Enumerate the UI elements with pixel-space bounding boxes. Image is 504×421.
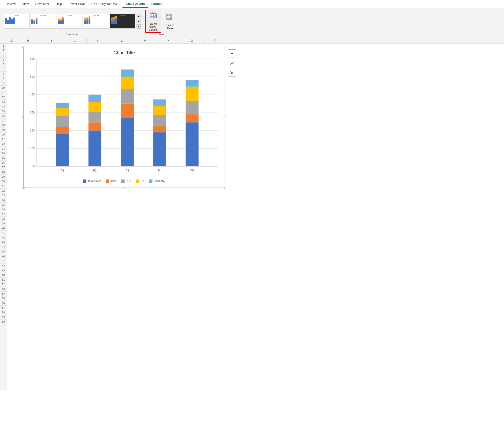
- svg-rect-47: [153, 115, 166, 125]
- svg-rect-49: [153, 99, 166, 106]
- add-chart-element-btn[interactable]: +: [228, 49, 236, 58]
- select-data-button[interactable]: SelectData: [162, 12, 178, 31]
- legend-item-usa: USA: [121, 180, 132, 183]
- chart-side-buttons: +: [228, 49, 236, 76]
- svg-rect-30: [56, 108, 69, 116]
- svg-rect-54: [186, 87, 199, 101]
- svg-rect-28: [56, 127, 69, 134]
- svg-text:P3: P3: [126, 169, 129, 172]
- tab-chart-design[interactable]: Chart Design: [122, 0, 148, 8]
- chart-style-4[interactable]: Chart Title: [83, 14, 109, 29]
- chart-wrapper: Chart Title 0100200300400500600P1P2P3P4P…: [24, 47, 225, 187]
- svg-rect-46: [153, 125, 166, 132]
- chart-style-2[interactable]: Chart Title: [30, 14, 56, 29]
- svg-text:P4: P4: [158, 169, 161, 172]
- svg-rect-40: [121, 104, 134, 118]
- svg-rect-33: [89, 131, 102, 166]
- chart-styles-label: Chart Styles: [66, 33, 78, 36]
- chart-style-thumbnails: Chart Title Chart Title: [4, 10, 141, 33]
- svg-rect-37: [89, 94, 102, 102]
- chart-filter-btn[interactable]: [228, 68, 236, 76]
- scroll-down-btn[interactable]: ▼: [137, 19, 141, 23]
- svg-text:600: 600: [30, 57, 35, 60]
- svg-text:400: 400: [30, 93, 35, 96]
- tab-view[interactable]: View: [19, 0, 32, 8]
- tab-help[interactable]: Help: [53, 0, 65, 8]
- svg-text:P5: P5: [190, 169, 194, 172]
- chart-style-3[interactable]: Chart Title: [57, 14, 82, 29]
- grid-area: // Will be drawn by JS Chart Title: [7, 44, 504, 390]
- svg-text:500: 500: [30, 75, 35, 78]
- col-header-P: P: [204, 38, 227, 43]
- scroll-more-btn[interactable]: ▾: [137, 24, 141, 29]
- svg-text:200: 200: [30, 129, 35, 132]
- svg-rect-35: [89, 112, 102, 122]
- svg-text:100: 100: [30, 147, 35, 150]
- chart-title: Chart Title: [24, 47, 225, 56]
- svg-text:P2: P2: [93, 169, 97, 172]
- ribbon-tab-bar: Review View Developer Help Power Pivot P…: [0, 0, 504, 8]
- svg-rect-39: [121, 118, 134, 166]
- ribbon: Review View Developer Help Power Pivot P…: [0, 0, 504, 38]
- scroll-up-btn[interactable]: ▲: [137, 14, 141, 18]
- legend-item-total-sales: Total Sales: [83, 180, 102, 183]
- svg-point-61: [233, 62, 234, 63]
- col-header-H: H: [16, 38, 40, 43]
- svg-text:0: 0: [33, 165, 35, 168]
- svg-rect-11: [170, 14, 172, 19]
- tab-format[interactable]: Format: [148, 0, 165, 8]
- svg-rect-48: [153, 106, 166, 115]
- col-header-K: K: [87, 38, 110, 43]
- ribbon-content: Chart Title Chart Title: [0, 8, 504, 38]
- tab-utility-tool[interactable]: PK's Utility Tool V3.0: [88, 0, 122, 8]
- data-group-label: Data: [159, 33, 164, 36]
- data-group-items: Switch Row/Column: [145, 10, 178, 33]
- svg-rect-52: [186, 114, 199, 123]
- chart-styles-group: Chart Title Chart Title: [2, 9, 143, 37]
- switch-row-column-button[interactable]: Switch Row/Column: [145, 10, 161, 33]
- svg-rect-51: [186, 122, 199, 166]
- svg-rect-45: [153, 132, 166, 166]
- svg-rect-53: [186, 101, 199, 114]
- col-header-G: G: [7, 38, 16, 43]
- row-num-header: [0, 38, 7, 43]
- chart-legend: Total SalesIndiaUSAUKGermany: [24, 180, 225, 183]
- chart-style-1[interactable]: Chart Title: [4, 14, 30, 29]
- col-header-L: L: [110, 38, 133, 43]
- col-header-O: O: [180, 38, 204, 43]
- tab-power-pivot[interactable]: Power Pivot: [65, 0, 88, 8]
- svg-rect-55: [186, 80, 199, 87]
- select-data-label: SelectData: [167, 24, 174, 30]
- switch-row-column-label: Switch Row/Column: [147, 22, 160, 32]
- spreadsheet-body: 1234567891011121314151617181920212223242…: [0, 44, 504, 390]
- svg-rect-42: [121, 77, 134, 89]
- svg-rect-31: [56, 103, 69, 108]
- col-header-J: J: [63, 38, 87, 43]
- svg-rect-27: [56, 134, 69, 166]
- tab-review[interactable]: Review: [2, 0, 19, 8]
- legend-item-germany: Germany: [149, 180, 165, 183]
- chart-style-5[interactable]: Chart Title: [110, 14, 135, 29]
- tab-developer[interactable]: Developer: [32, 0, 53, 8]
- svg-rect-12: [166, 14, 168, 16]
- svg-rect-41: [121, 89, 134, 103]
- legend-item-uk: UK: [136, 180, 144, 183]
- svg-rect-29: [56, 116, 69, 127]
- spreadsheet: G H I J K L M N O P 12345678910111213141…: [0, 38, 504, 390]
- col-header-N: N: [157, 38, 180, 43]
- svg-text:300: 300: [30, 111, 35, 114]
- chart-style-btn[interactable]: [228, 59, 236, 67]
- svg-point-59: [230, 64, 231, 64]
- col-header-M: M: [133, 38, 157, 43]
- chart-svg: 0100200300400500600P1P2P3P4P5: [24, 56, 225, 178]
- svg-text:P1: P1: [61, 169, 64, 172]
- svg-point-60: [231, 63, 232, 64]
- column-header-row: G H I J K L M N O P: [0, 38, 504, 44]
- chart-style-scroll: ▲ ▼ ▾: [137, 14, 141, 29]
- select-data-icon: [166, 13, 174, 23]
- switch-row-column-icon: [149, 11, 157, 22]
- row-headers: 1234567891011121314151617181920212223242…: [0, 44, 7, 390]
- chart-box: Chart Title 0100200300400500600P1P2P3P4P…: [24, 47, 225, 187]
- svg-rect-34: [89, 122, 102, 131]
- svg-rect-36: [89, 102, 102, 112]
